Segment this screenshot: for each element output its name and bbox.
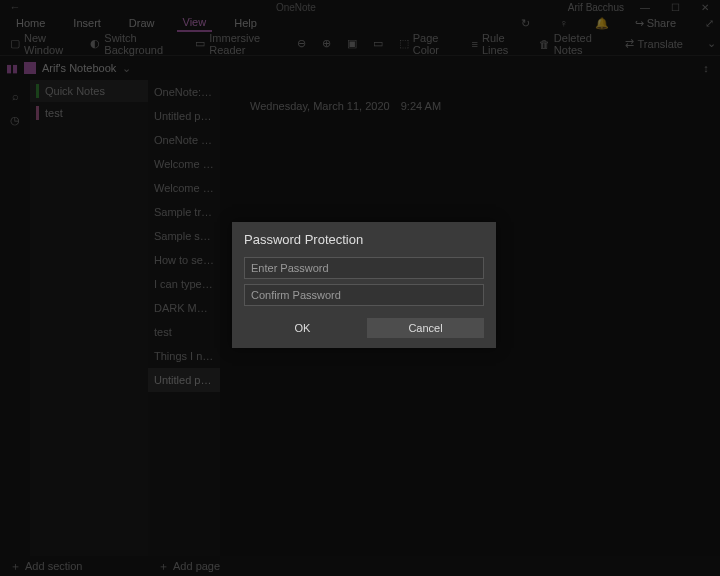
dialog-title: Password Protection <box>232 222 496 257</box>
password-protection-dialog: Password Protection OK Cancel <box>232 222 496 348</box>
ok-button[interactable]: OK <box>244 318 361 338</box>
cancel-button[interactable]: Cancel <box>367 318 484 338</box>
confirm-password-input[interactable] <box>244 284 484 306</box>
enter-password-input[interactable] <box>244 257 484 279</box>
